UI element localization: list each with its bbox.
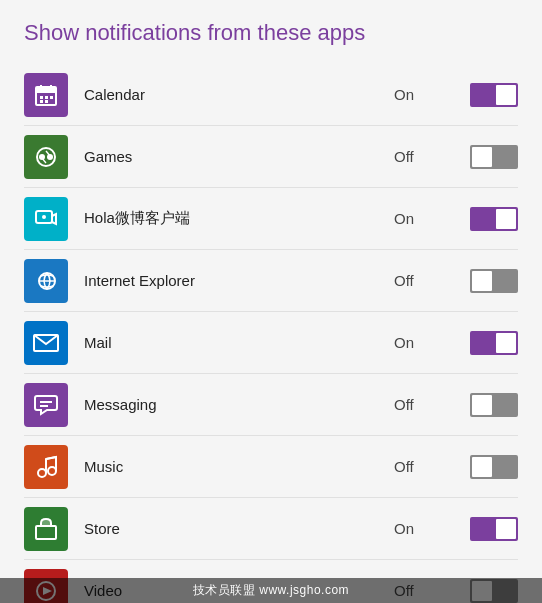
- svg-rect-7: [40, 100, 43, 103]
- svg-rect-4: [40, 96, 43, 99]
- svg-rect-8: [45, 100, 48, 103]
- app-row-calendar: Calendar On: [24, 64, 518, 126]
- toggle-wrapper-calendar[interactable]: [464, 83, 518, 107]
- toggle-knob-ie: [472, 271, 492, 291]
- app-name-calendar: Calendar: [84, 86, 394, 103]
- app-row-ie: Internet Explorer Off: [24, 250, 518, 312]
- toggle-knob-mail: [496, 333, 516, 353]
- toggle-knob-store: [496, 519, 516, 539]
- toggle-mail[interactable]: [470, 331, 518, 355]
- app-status-messaging: Off: [394, 396, 464, 413]
- app-name-messaging: Messaging: [84, 396, 394, 413]
- messaging-icon: [24, 383, 68, 427]
- toggle-messaging[interactable]: [470, 393, 518, 417]
- svg-rect-1: [36, 87, 56, 93]
- app-row-mail: Mail On: [24, 312, 518, 374]
- app-name-hola: Hola微博客户端: [84, 209, 394, 228]
- svg-point-13: [42, 215, 46, 219]
- toggle-knob-calendar: [496, 85, 516, 105]
- svg-rect-22: [41, 519, 51, 526]
- app-row-games: Games Off: [24, 126, 518, 188]
- ie-icon: [24, 259, 68, 303]
- toggle-wrapper-store[interactable]: [464, 517, 518, 541]
- app-status-calendar: On: [394, 86, 464, 103]
- app-status-hola: On: [394, 210, 464, 227]
- watermark: 技术员联盟 www.jsgho.com: [0, 578, 542, 603]
- toggle-games[interactable]: [470, 145, 518, 169]
- app-name-games: Games: [84, 148, 394, 165]
- app-status-games: Off: [394, 148, 464, 165]
- svg-line-20: [46, 457, 56, 459]
- app-status-store: On: [394, 520, 464, 537]
- toggle-hola[interactable]: [470, 207, 518, 231]
- app-list: Calendar On Games Off: [24, 64, 518, 603]
- toggle-wrapper-music[interactable]: [464, 455, 518, 479]
- store-icon: [24, 507, 68, 551]
- toggle-music[interactable]: [470, 455, 518, 479]
- games-icon: [24, 135, 68, 179]
- app-status-mail: On: [394, 334, 464, 351]
- svg-rect-21: [36, 526, 56, 539]
- toggle-knob-music: [472, 457, 492, 477]
- toggle-wrapper-ie[interactable]: [464, 269, 518, 293]
- mail-icon: [24, 321, 68, 365]
- toggle-ie[interactable]: [470, 269, 518, 293]
- toggle-wrapper-hola[interactable]: [464, 207, 518, 231]
- toggle-wrapper-messaging[interactable]: [464, 393, 518, 417]
- calendar-icon: [24, 73, 68, 117]
- app-name-mail: Mail: [84, 334, 394, 351]
- app-name-ie: Internet Explorer: [84, 272, 394, 289]
- app-name-store: Store: [84, 520, 394, 537]
- music-icon: [24, 445, 68, 489]
- app-status-music: Off: [394, 458, 464, 475]
- app-row-messaging: Messaging Off: [24, 374, 518, 436]
- toggle-wrapper-mail[interactable]: [464, 331, 518, 355]
- app-status-ie: Off: [394, 272, 464, 289]
- toggle-knob-messaging: [472, 395, 492, 415]
- toggle-knob-games: [472, 147, 492, 167]
- app-name-music: Music: [84, 458, 394, 475]
- app-row-music: Music Off: [24, 436, 518, 498]
- toggle-store[interactable]: [470, 517, 518, 541]
- toggle-knob-hola: [496, 209, 516, 229]
- svg-rect-6: [50, 96, 53, 99]
- toggle-wrapper-games[interactable]: [464, 145, 518, 169]
- hola-icon: [24, 197, 68, 241]
- toggle-calendar[interactable]: [470, 83, 518, 107]
- page-container: Show notifications from these apps Calen…: [0, 0, 542, 603]
- svg-rect-5: [45, 96, 48, 99]
- page-title: Show notifications from these apps: [24, 20, 518, 46]
- svg-point-19: [48, 467, 56, 475]
- app-row-hola: Hola微博客户端 On: [24, 188, 518, 250]
- app-row-store: Store On: [24, 498, 518, 560]
- svg-point-18: [38, 469, 46, 477]
